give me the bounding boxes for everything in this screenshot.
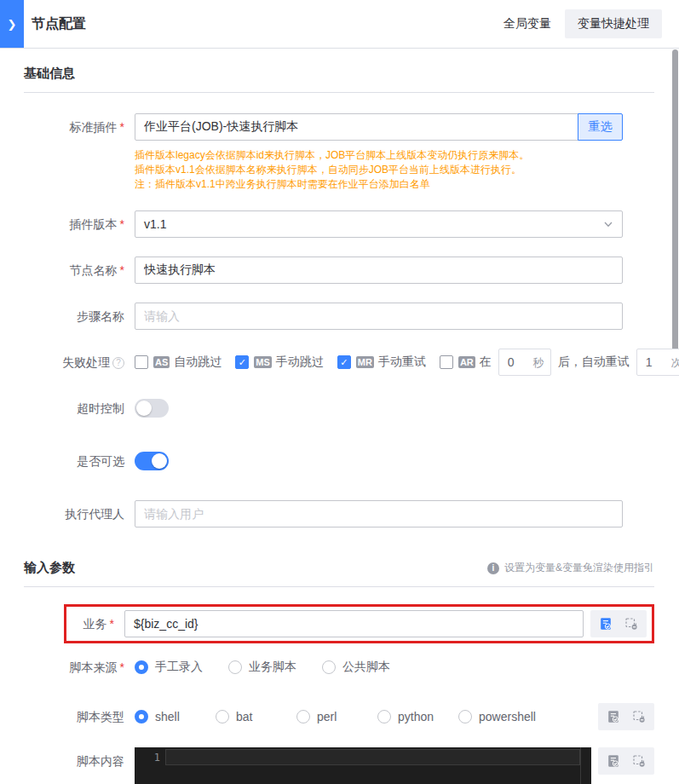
radio-public-script[interactable]: 公共脚本 [322, 660, 390, 675]
business-label: 业务* [66, 610, 124, 637]
plugin-version-label: 插件版本* [24, 210, 135, 238]
plugin-version-select[interactable]: v1.1 [135, 210, 623, 238]
failure-handling-label: 失败处理? [24, 349, 135, 376]
panel-header: ❯ 节点配置 全局变量 变量快捷处理 [0, 0, 679, 49]
check-icon: ✓ [239, 358, 246, 367]
radio-icon [322, 660, 336, 674]
step-name-label: 步骤名称 [24, 303, 135, 330]
render-free-icon[interactable] [632, 754, 646, 768]
divider [24, 92, 654, 93]
radio-powershell[interactable]: powershell [458, 710, 536, 723]
editor-active-line [165, 749, 580, 765]
radio-icon [228, 660, 242, 674]
vertical-scrollbar[interactable] [672, 49, 678, 358]
radio-label: powershell [479, 710, 536, 723]
variable-guide-link[interactable]: i 设置为变量&变量免渲染使用指引 [487, 561, 654, 575]
radio-business-script[interactable]: 业务脚本 [228, 660, 296, 675]
business-variable-actions [590, 610, 647, 637]
auto-skip-label: 自动跳过 [174, 355, 222, 370]
badge-ms: MS [254, 356, 272, 368]
input-params-section-header: 输入参数 i 设置为变量&变量免渲染使用指引 [24, 560, 654, 576]
times-unit: 次 [671, 355, 679, 371]
retry-times-field: 次 [636, 349, 679, 376]
checkbox-auto-retry[interactable]: ✓ [440, 355, 453, 369]
required-asterisk: * [120, 263, 124, 277]
set-as-variable-icon[interactable] [599, 617, 613, 631]
toggle-knob [152, 453, 167, 469]
editor-line-number: 1 [135, 750, 160, 765]
business-input[interactable] [124, 610, 584, 637]
render-free-icon[interactable] [624, 617, 638, 631]
collapse-panel-button[interactable]: ❯ [0, 0, 24, 48]
radio-label: 业务脚本 [249, 660, 296, 675]
required-asterisk: * [120, 217, 124, 231]
badge-mr: MR [356, 356, 374, 368]
script-code-editor[interactable]: 1 [135, 747, 591, 784]
tip-line: 插件版本legacy会依据脚本id来执行脚本，JOB平台脚本上线版本变动仍执行原… [135, 148, 654, 163]
radio-icon [135, 710, 148, 723]
render-free-icon[interactable] [632, 710, 646, 723]
chevron-down-icon [603, 219, 613, 229]
basic-info-section-header: 基础信息 [24, 66, 654, 82]
step-name-input[interactable] [135, 303, 623, 330]
checkbox-auto-skip[interactable]: ✓ [135, 355, 148, 369]
optional-toggle[interactable] [135, 452, 169, 470]
radio-shell[interactable]: shell [135, 710, 216, 723]
timeout-toggle[interactable] [135, 399, 169, 418]
radio-icon [377, 710, 391, 723]
radio-icon [216, 710, 229, 723]
form-row-timeout: 超时控制 [24, 395, 654, 422]
node-name-input[interactable] [135, 257, 623, 284]
radio-python[interactable]: python [377, 710, 458, 723]
tip-line: 注：插件版本v1.1中跨业务执行脚本时需要在作业平台添加白名单 [135, 177, 654, 192]
script-content-variable-actions [598, 747, 654, 775]
help-icon[interactable]: ? [112, 357, 124, 369]
node-name-label: 节点名称* [24, 257, 135, 284]
seconds-unit: 秒 [533, 355, 544, 371]
radio-perl[interactable]: perl [296, 710, 377, 723]
form-row-script-content: 脚本内容 1 [24, 747, 654, 784]
radio-label: shell [155, 710, 180, 723]
agent-input[interactable] [135, 500, 623, 527]
guide-text: 设置为变量&变量免渲染使用指引 [504, 561, 654, 575]
radio-manual-entry[interactable]: 手工录入 [135, 660, 203, 675]
editor-scrollbar-track [580, 747, 581, 784]
optional-label: 是否可选 [24, 447, 135, 475]
panel-body: 基础信息 标准插件* 重选 插件版本legacy会依据脚本id来执行脚本，JOB… [0, 49, 679, 784]
radio-icon [296, 710, 310, 723]
reselect-plugin-button[interactable]: 重选 [578, 113, 623, 141]
checkbox-manual-skip[interactable]: ✓ [235, 355, 249, 369]
radio-label: 手工录入 [155, 660, 203, 675]
badge-as: AS [153, 356, 170, 368]
node-config-panel: ❯ 节点配置 全局变量 变量快捷处理 基础信息 标准插件* 重选 插 [0, 0, 679, 784]
form-row-plugin-version: 插件版本* v1.1 [24, 210, 654, 238]
variable-quick-process-button[interactable]: 变量快捷处理 [565, 9, 662, 38]
business-row-annotation: 业务* [64, 604, 654, 643]
global-variables-link[interactable]: 全局变量 [503, 16, 551, 32]
set-as-variable-icon[interactable] [607, 710, 620, 723]
script-type-options: shell bat perl python [135, 703, 654, 730]
badge-ar: AR [458, 356, 475, 368]
required-asterisk: * [110, 617, 114, 631]
page-title: 节点配置 [32, 15, 86, 33]
form-row-failure-handling: 失败处理? ✓ AS 自动跳过 ✓ MS 手动跳过 ✓ MR 手动重试 ✓ AR… [24, 349, 654, 376]
form-row-optional: 是否可选 [24, 447, 654, 475]
divider [24, 586, 654, 587]
checkbox-manual-retry[interactable]: ✓ [337, 355, 351, 369]
radio-bat[interactable]: bat [216, 710, 296, 723]
section-title-input-params: 输入参数 [24, 560, 75, 576]
standard-plugin-input[interactable] [135, 113, 578, 141]
script-source-label: 脚本来源* [24, 654, 135, 681]
radio-label: python [398, 710, 434, 723]
form-row-node-name: 节点名称* [24, 257, 654, 284]
form-row-standard-plugin: 标准插件* 重选 插件版本legacy会依据脚本id来执行脚本，JOB平台脚本上… [24, 113, 654, 192]
manual-retry-label: 手动重试 [378, 355, 426, 370]
standard-plugin-label: 标准插件* [24, 113, 135, 141]
auto-retry-middle-text: 后，自动重试 [558, 355, 630, 370]
failure-handling-options: ✓ AS 自动跳过 ✓ MS 手动跳过 ✓ MR 手动重试 ✓ AR 在 秒 [135, 349, 654, 376]
radio-label: 公共脚本 [342, 660, 390, 675]
set-as-variable-icon[interactable] [607, 754, 620, 768]
script-type-label: 脚本类型 [24, 703, 135, 730]
manual-skip-label: 手动跳过 [276, 355, 324, 370]
form-row-step-name: 步骤名称 [24, 303, 654, 330]
